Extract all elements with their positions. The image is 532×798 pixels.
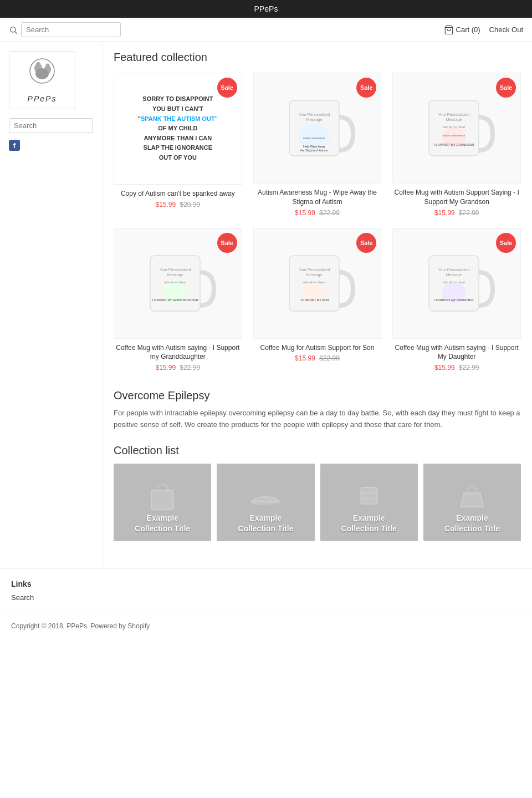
- top-bar: PPePs: [0, 0, 532, 18]
- sale-price: $15.99: [434, 364, 455, 372]
- footer-search-link[interactable]: Search: [11, 593, 34, 602]
- sale-price: $15.99: [295, 209, 315, 217]
- collection-card[interactable]: ExampleCollection Title: [320, 464, 418, 541]
- product-name: Copy of Autism can't be spanked away: [114, 189, 242, 199]
- svg-rect-42: [361, 487, 377, 504]
- collection-list-section: Collection list ExampleCollection Title: [114, 444, 521, 541]
- collection-card-label: ExampleCollection Title: [341, 513, 397, 535]
- nav-search-input[interactable]: [21, 22, 121, 37]
- checkout-link[interactable]: Check Out: [489, 26, 523, 34]
- product-card[interactable]: Sale Your Personalized Message with all …: [392, 73, 521, 217]
- sale-price: $15.99: [155, 201, 176, 209]
- product-card[interactable]: Sale Your Personalized Message with all …: [392, 228, 521, 372]
- sale-badge: Sale: [217, 233, 237, 253]
- svg-text:autism awareness: autism awareness: [303, 136, 326, 140]
- sale-badge: Sale: [356, 233, 376, 253]
- svg-rect-41: [151, 490, 173, 510]
- featured-collection-title: Featured collection: [114, 51, 521, 64]
- collection-list-title: Collection list: [114, 444, 521, 457]
- product-image-wrap: Sale Your Personalized Message with all …: [392, 73, 521, 184]
- collection-card-label: ExampleCollection Title: [238, 513, 293, 535]
- collection-icon-1: [146, 479, 179, 512]
- cart-icon: [444, 25, 454, 35]
- product-price: $15.99 $22.99: [392, 209, 521, 217]
- original-price: $22.99: [459, 209, 479, 217]
- nav-search-wrap: [9, 22, 439, 37]
- cart-label: Cart (0): [456, 26, 480, 34]
- svg-text:I SUPPORT MY GRANDDAUGHTER: I SUPPORT MY GRANDDAUGHTER: [152, 298, 198, 302]
- product-price: $15.99 $22.99: [392, 364, 521, 372]
- svg-text:Your Personalized: Your Personalized: [438, 113, 470, 116]
- logo-box: PPePs: [9, 51, 75, 109]
- svg-text:I SUPPORT MY SON: I SUPPORT MY SON: [300, 298, 329, 302]
- svg-point-6: [36, 62, 40, 67]
- svg-text:Your Personalized: Your Personalized: [160, 268, 191, 272]
- product-name: Coffee Mug with Autism Support Saying - …: [392, 188, 521, 207]
- collection-icon-2: [249, 479, 282, 512]
- collection-card-label: ExampleCollection Title: [444, 513, 500, 535]
- original-price: $22.99: [319, 354, 340, 362]
- logo-image: [20, 57, 64, 90]
- site-title: PPePs: [254, 4, 278, 13]
- svg-point-7: [46, 64, 50, 68]
- svg-text:I SUPPORT MY DAUGHTER: I SUPPORT MY DAUGHTER: [434, 298, 474, 302]
- main-content: Featured collection Sale SORRY TO DISAPP…: [103, 42, 532, 568]
- collection-card[interactable]: ExampleCollection Title: [217, 464, 314, 541]
- mug-image: Your Personalized Message autism awarene…: [278, 84, 356, 172]
- mug-image: Your Personalized Message with all my He…: [139, 239, 217, 328]
- facebook-link[interactable]: f: [9, 140, 93, 151]
- nav-right: Cart (0) Check Out: [444, 25, 523, 35]
- sale-price: $15.99: [434, 209, 455, 217]
- svg-text:I SUPPORT MY GRANDSON: I SUPPORT MY GRANDSON: [434, 143, 474, 146]
- copyright: Copyright © 2018, PPePs. Powered by Shop…: [0, 613, 532, 639]
- svg-text:Help Wipe Away: Help Wipe Away: [304, 145, 326, 148]
- product-card[interactable]: Sale Your Personalized Message autism aw…: [253, 73, 382, 217]
- epilepsy-section: Overcome Epilepsy For people with intrac…: [114, 389, 521, 431]
- product-image-wrap: Sale Your Personalized Message with all …: [392, 228, 521, 339]
- sale-badge: Sale: [356, 78, 376, 98]
- product-image-wrap: Sale Your Personalized Message with all …: [253, 228, 382, 339]
- original-price: $22.99: [180, 364, 201, 372]
- product-grid: Sale SORRY TO DISAPPOINT YOU BUT I CAN'T…: [114, 73, 521, 372]
- product-name: Coffee Mug with Autism saying - I Suppor…: [114, 343, 242, 362]
- epilepsy-text: For people with intractable epilepsy ove…: [114, 408, 521, 431]
- collection-card[interactable]: ExampleCollection Title: [114, 464, 211, 541]
- sidebar-search-input[interactable]: [9, 118, 93, 133]
- product-price: $15.99 $22.99: [114, 364, 242, 372]
- footer-links: Links Search: [0, 568, 532, 613]
- collection-card[interactable]: ExampleCollection Title: [423, 464, 521, 541]
- svg-point-8: [35, 68, 49, 79]
- original-price: $20.99: [180, 201, 201, 209]
- product-card[interactable]: Sale Your Personalized Message with all …: [253, 228, 382, 372]
- original-price: $22.99: [459, 364, 479, 372]
- svg-point-0: [11, 27, 16, 32]
- cart-link[interactable]: Cart (0): [444, 25, 480, 35]
- footer-links-title: Links: [11, 580, 521, 588]
- product-price: $15.99 $22.99: [253, 354, 382, 362]
- sale-badge: Sale: [496, 233, 516, 253]
- page-layout: PPePs f Featured collection Sale SORRY T…: [0, 42, 532, 568]
- svg-text:Your Personalized: Your Personalized: [438, 268, 470, 272]
- svg-text:autism awareness: autism awareness: [443, 134, 466, 137]
- collection-card-label: ExampleCollection Title: [135, 513, 190, 535]
- mug-image: Your Personalized Message with all my He…: [418, 239, 495, 328]
- collection-grid: ExampleCollection Title ExampleCollectio…: [114, 464, 521, 541]
- svg-text:the Stigma of Autism: the Stigma of Autism: [300, 149, 329, 152]
- svg-line-1: [15, 32, 17, 34]
- svg-text:Message: Message: [167, 273, 183, 277]
- sale-price: $15.99: [155, 364, 176, 372]
- sale-badge: Sale: [217, 78, 237, 98]
- svg-text:Your Personalized: Your Personalized: [299, 268, 330, 272]
- copyright-text: Copyright © 2018, PPePs. Powered by Shop…: [11, 622, 150, 630]
- svg-text:Message: Message: [446, 118, 462, 122]
- product-name: Autism Awareness Mug - Wipe Away the Sti…: [253, 188, 382, 207]
- product-name: Coffee Mug for Autism Support for Son: [253, 343, 382, 353]
- product-card[interactable]: Sale SORRY TO DISAPPOINT YOU BUT I CAN'T…: [114, 73, 242, 217]
- product-card[interactable]: Sale Your Personalized Message with all …: [114, 228, 242, 372]
- collection-icon-4: [456, 479, 489, 512]
- product-price: $15.99 $22.99: [253, 209, 382, 217]
- epilepsy-title: Overcome Epilepsy: [114, 389, 521, 402]
- sale-badge: Sale: [496, 78, 516, 98]
- nav-search-icon: [9, 26, 18, 34]
- mug-image: Your Personalized Message with all my He…: [278, 239, 356, 328]
